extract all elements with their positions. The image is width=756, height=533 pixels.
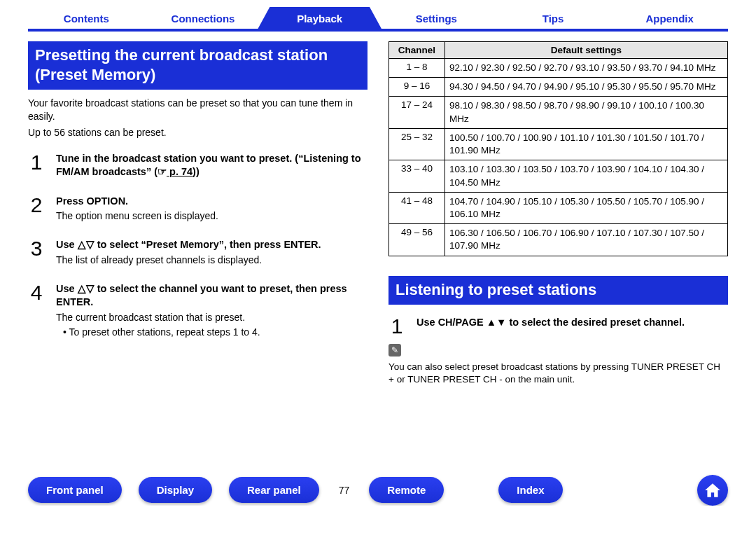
- tab-tips[interactable]: Tips: [491, 7, 616, 30]
- step-1-right: 1 Use CH/PAGE ▲▼ to select the desired p…: [388, 316, 728, 337]
- tab-playback[interactable]: Playback: [257, 7, 382, 30]
- tab-contents[interactable]: Contents: [24, 7, 149, 30]
- table-row: 25 – 32100.50 / 100.70 / 100.90 / 101.10…: [389, 128, 728, 160]
- step-number: 2: [28, 195, 45, 223]
- step-bold: Press OPTION.: [56, 195, 368, 209]
- cell-values: 98.10 / 98.30 / 98.50 / 98.70 / 98.90 / …: [445, 97, 728, 128]
- cell-channel: 33 – 40: [389, 160, 445, 192]
- note-text: You can also select preset broadcast sta…: [388, 361, 728, 386]
- step-number: 1: [28, 152, 45, 179]
- step-bullet: To preset other stations, repeat steps 1…: [63, 326, 368, 339]
- step-number: 3: [28, 238, 45, 266]
- heading-preset-memory: Presetting the current broadcast station…: [28, 41, 368, 90]
- note-icon: ✎: [388, 344, 401, 357]
- footer-rear-panel[interactable]: Rear panel: [229, 477, 319, 503]
- cell-values: 94.30 / 94.50 / 94.70 / 94.90 / 95.10 / …: [445, 78, 728, 97]
- step-desc: The current broadcast station that is pr…: [56, 311, 368, 324]
- step-bold: Use △▽ to select “Preset Memory”, then p…: [56, 238, 368, 252]
- table-row: 9 – 1694.30 / 94.50 / 94.70 / 94.90 / 95…: [389, 78, 728, 97]
- th-channel: Channel: [389, 42, 445, 59]
- cell-values: 92.10 / 92.30 / 92.50 / 92.70 / 93.10 / …: [445, 59, 728, 78]
- cell-values: 100.50 / 100.70 / 100.90 / 101.10 / 101.…: [445, 128, 728, 160]
- table-row: 1 – 892.10 / 92.30 / 92.50 / 92.70 / 93.…: [389, 59, 728, 78]
- cross-ref-link[interactable]: p. 74: [167, 166, 192, 177]
- footer-index[interactable]: Index: [498, 477, 562, 503]
- cell-channel: 41 – 48: [389, 192, 445, 223]
- footer-display[interactable]: Display: [139, 477, 212, 503]
- right-column: Channel Default settings 1 – 892.10 / 92…: [388, 41, 728, 387]
- table-row: 33 – 40103.10 / 103.30 / 103.50 / 103.70…: [389, 160, 728, 192]
- home-button[interactable]: [697, 475, 728, 506]
- cell-values: 104.70 / 104.90 / 105.10 / 105.30 / 105.…: [445, 192, 728, 223]
- left-column: Presetting the current broadcast station…: [28, 41, 368, 387]
- footer-front-panel[interactable]: Front panel: [28, 477, 122, 503]
- cell-channel: 49 – 56: [389, 224, 445, 256]
- preset-table: Channel Default settings 1 – 892.10 / 92…: [388, 41, 728, 256]
- step-bold: Use △▽ to select the channel you want to…: [56, 282, 368, 310]
- step-bold: Use CH/PAGE ▲▼ to select the desired pre…: [416, 316, 728, 330]
- step-desc: The list of already preset channels is d…: [56, 254, 368, 267]
- intro-text-2: Up to 56 stations can be preset.: [28, 126, 368, 139]
- home-icon: [704, 481, 722, 499]
- step-3: 3 Use △▽ to select “Preset Memory”, then…: [28, 238, 368, 266]
- cell-channel: 9 – 16: [389, 78, 445, 97]
- tab-connections[interactable]: Connections: [141, 7, 266, 30]
- step-2: 2 Press OPTION. The option menu screen i…: [28, 195, 368, 223]
- intro-text-1: Your favorite broadcast stations can be …: [28, 97, 368, 123]
- tab-settings[interactable]: Settings: [374, 7, 499, 30]
- page-number: 77: [336, 485, 353, 496]
- table-row: 49 – 56106.30 / 106.50 / 106.70 / 106.90…: [389, 224, 728, 256]
- steps-list: 1 Tune in the broadcast station you want…: [28, 152, 368, 339]
- step-number: 1: [388, 316, 405, 337]
- step-number: 4: [28, 282, 45, 339]
- top-tabs: Contents Connections Playback Settings T…: [0, 0, 756, 30]
- cell-channel: 25 – 32: [389, 128, 445, 160]
- step-bold: Tune in the broadcast station you want t…: [56, 153, 361, 178]
- th-defaults: Default settings: [445, 42, 728, 59]
- page-body: Presetting the current broadcast station…: [0, 32, 756, 408]
- cell-channel: 17 – 24: [389, 97, 445, 128]
- footer-nav: Front panel Display Rear panel 77 Remote…: [0, 475, 756, 506]
- heading-listening: Listening to preset stations: [388, 276, 728, 305]
- table-row: 41 – 48104.70 / 104.90 / 105.10 / 105.30…: [389, 192, 728, 223]
- cell-values: 103.10 / 103.30 / 103.50 / 103.70 / 103.…: [445, 160, 728, 192]
- cell-channel: 1 – 8: [389, 59, 445, 78]
- step-4: 4 Use △▽ to select the channel you want …: [28, 282, 368, 339]
- step-1: 1 Tune in the broadcast station you want…: [28, 152, 368, 179]
- cell-values: 106.30 / 106.50 / 106.70 / 106.90 / 107.…: [445, 224, 728, 256]
- step-desc: The option menu screen is displayed.: [56, 209, 368, 223]
- footer-remote[interactable]: Remote: [369, 477, 444, 503]
- table-row: 17 – 2498.10 / 98.30 / 98.50 / 98.70 / 9…: [389, 97, 728, 128]
- tab-appendix[interactable]: Appendix: [607, 7, 732, 30]
